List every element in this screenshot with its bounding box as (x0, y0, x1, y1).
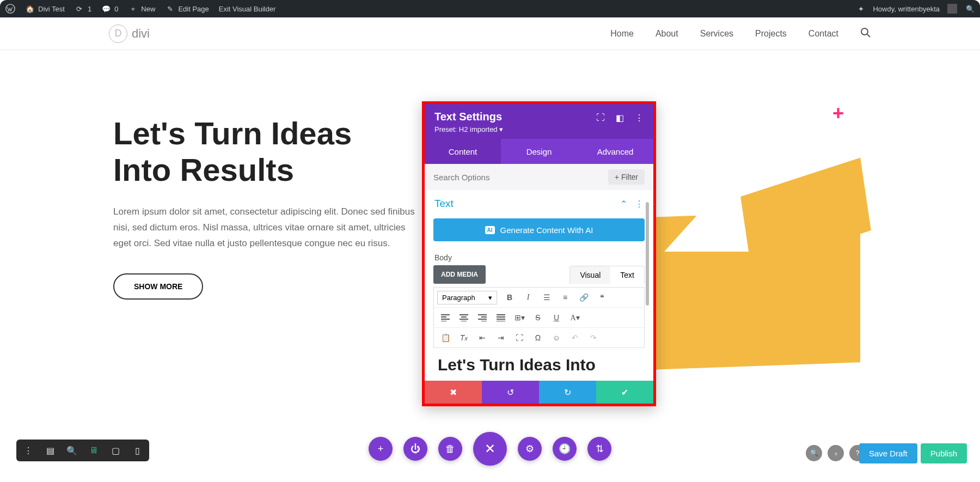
text-settings-panel: Text Settings Preset: H2 imported ▾ ⛶ ◧ … (422, 101, 656, 406)
kebab-icon[interactable]: ⋮ (635, 113, 644, 123)
indent-icon[interactable]: ⇥ (493, 330, 509, 345)
text-tab[interactable]: Text (610, 266, 644, 284)
body-label: Body (425, 246, 653, 265)
editor-content[interactable]: Let's Turn Ideas Into (425, 348, 653, 374)
nav-services[interactable]: Services (700, 29, 733, 39)
search-admin-icon[interactable]: 🔍 (966, 5, 975, 13)
undo-icon[interactable]: ↶ (567, 330, 583, 345)
align-left-icon[interactable] (437, 310, 454, 325)
show-more-button[interactable]: SHOW MORE (113, 273, 203, 300)
settings-fab[interactable]: ⚙ (518, 437, 542, 461)
helper-buttons: 🔍 ⬨ ? (806, 445, 866, 461)
link-icon[interactable]: 🔗 (575, 290, 592, 305)
expand-icon[interactable]: ⛶ (596, 113, 605, 123)
comments-count: 0 (114, 5, 118, 13)
bold-icon[interactable]: B (501, 290, 518, 305)
visual-tab[interactable]: Visual (570, 266, 610, 284)
page-body: + Let's Turn Ideas Into Results Lorem ip… (0, 50, 980, 482)
section-title[interactable]: Text (434, 198, 454, 210)
ai-star-icon[interactable]: ✦ (858, 5, 864, 13)
nav-contact[interactable]: Contact (808, 29, 838, 39)
preset-selector[interactable]: Preset: H2 imported ▾ (434, 125, 503, 133)
discard-button[interactable]: ✖ (425, 381, 482, 404)
quote-icon[interactable]: ❝ (594, 290, 610, 305)
confirm-button[interactable]: ✔ (596, 381, 653, 404)
power-fab[interactable]: ⏻ (403, 437, 427, 461)
tab-design[interactable]: Design (501, 139, 577, 164)
redo-icon[interactable]: ↷ (585, 330, 602, 345)
tablet-icon[interactable]: ▢ (109, 444, 122, 457)
comment-icon: 💬 (101, 4, 111, 14)
sort-fab[interactable]: ⇅ (587, 437, 611, 461)
add-fab[interactable]: + (369, 437, 393, 461)
greeting[interactable]: Howdy, writtenbyekta (873, 4, 957, 14)
layers-icon[interactable]: ⬨ (828, 445, 844, 461)
filter-button[interactable]: + Filter (608, 169, 645, 185)
align-center-icon[interactable] (456, 310, 472, 325)
edit-page-item[interactable]: ✎Edit Page (165, 4, 209, 14)
italic-icon[interactable]: I (520, 290, 536, 305)
zoom-icon[interactable]: 🔍 (65, 444, 78, 457)
builder-fabs: + ⏻ 🗑 ✕ ⚙ 🕘 ⇅ (369, 432, 611, 466)
number-list-icon[interactable]: ≡ (557, 290, 573, 305)
nav-projects[interactable]: Projects (755, 29, 787, 39)
special-char-icon[interactable]: Ω (530, 330, 546, 345)
paste-icon[interactable]: 📋 (437, 330, 454, 345)
tab-content[interactable]: Content (425, 139, 501, 164)
update-icon: ⟳ (75, 4, 84, 14)
close-fab[interactable]: ✕ (473, 432, 507, 466)
search-input[interactable] (433, 173, 603, 182)
wp-logo[interactable] (5, 4, 15, 14)
site-name-item[interactable]: 🏠Divi Test (25, 4, 65, 14)
nav-home[interactable]: Home (610, 29, 634, 39)
table-icon[interactable]: ⊞▾ (511, 310, 528, 325)
logo-text: divi (132, 27, 150, 41)
scrollbar[interactable] (646, 202, 649, 306)
home-icon: 🏠 (25, 4, 35, 14)
svg-point-0 (6, 4, 15, 13)
snap-icon[interactable]: ◧ (616, 113, 624, 123)
new-item[interactable]: +New (128, 4, 155, 14)
delete-fab[interactable]: 🗑 (438, 437, 462, 461)
history-fab[interactable]: 🕘 (553, 437, 577, 461)
add-media-button[interactable]: ADD MEDIA (433, 265, 486, 284)
text-color-icon[interactable]: A▾ (567, 310, 583, 325)
wireframe-icon[interactable]: ▤ (44, 444, 57, 457)
redo-panel-button[interactable]: ↻ (539, 381, 596, 404)
nav-about[interactable]: About (656, 29, 678, 39)
collapse-icon[interactable]: ⌃ (620, 199, 627, 209)
align-justify-icon[interactable] (493, 310, 509, 325)
fullscreen-icon[interactable]: ⛶ (511, 330, 528, 345)
plus-icon: + (615, 173, 619, 181)
hero-section: Let's Turn Ideas Into Results Lorem ipsu… (113, 115, 418, 300)
nav-search-icon[interactable] (860, 27, 871, 40)
section-head: Text ⌃ ⋮ (425, 190, 653, 214)
hero-body: Lorem ipsum dolor sit amet, consectetur … (113, 204, 418, 252)
site-name: Divi Test (38, 5, 65, 13)
exit-vb[interactable]: Exit Visual Builder (219, 5, 276, 13)
undo-panel-button[interactable]: ↺ (482, 381, 539, 404)
publish-button[interactable]: Publish (921, 443, 967, 463)
tab-advanced[interactable]: Advanced (577, 139, 653, 164)
generate-ai-button[interactable]: AI Generate Content With AI (433, 218, 645, 241)
help-search-icon[interactable]: 🔍 (806, 445, 822, 461)
plus-decoration: + (832, 102, 844, 125)
logo[interactable]: D divi (109, 25, 150, 43)
outdent-icon[interactable]: ⇤ (474, 330, 491, 345)
emoji-icon[interactable]: ☺ (548, 330, 565, 345)
mobile-icon[interactable]: ▯ (131, 444, 144, 457)
strike-icon[interactable]: S (530, 310, 546, 325)
desktop-icon[interactable]: 🖥 (87, 444, 100, 457)
bullet-list-icon[interactable]: ☰ (538, 290, 555, 305)
updates-item[interactable]: ⟳1 (75, 4, 91, 14)
save-draft-button[interactable]: Save Draft (859, 443, 917, 463)
paragraph-select[interactable]: Paragraph▾ (437, 291, 497, 304)
clear-format-icon[interactable]: Tx (456, 330, 472, 345)
align-right-icon[interactable] (474, 310, 491, 325)
menu-icon[interactable]: ⋮ (22, 444, 35, 457)
section-kebab-icon[interactable]: ⋮ (635, 199, 644, 209)
logo-mark: D (109, 25, 127, 43)
svg-point-1 (861, 28, 868, 35)
underline-icon[interactable]: U (548, 310, 565, 325)
comments-item[interactable]: 💬0 (101, 4, 118, 14)
